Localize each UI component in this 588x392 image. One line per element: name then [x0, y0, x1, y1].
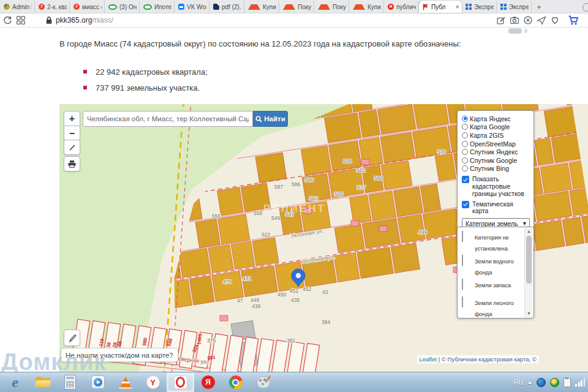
search-input[interactable]: [83, 111, 253, 127]
bullet-item-0: 22 942 кадастровых квартала;: [83, 64, 208, 80]
base-layer-option-2[interactable]: Карта 2GIS: [462, 131, 530, 140]
scroll-up-icon[interactable]: ▲: [525, 228, 533, 235]
base-layer-label: Спутник Google: [470, 157, 517, 164]
dom-favicon: [318, 4, 330, 10]
base-layer-option-3[interactable]: OpenStreetMap: [462, 140, 530, 148]
reload-icon[interactable]: [2, 15, 12, 25]
taskbar-icon-ybrowser[interactable]: Y: [139, 373, 167, 392]
tab-label: Admin L: [12, 4, 32, 10]
taskbar-icon-yandex[interactable]: Я: [194, 373, 222, 392]
url-host: pkk365.org: [56, 16, 92, 24]
cadastral-map[interactable]: 6085825685765375655625865875855555565495…: [59, 104, 588, 372]
tab-label: публичн: [396, 4, 416, 10]
browser-tab-10[interactable]: Купить за: [349, 1, 384, 13]
legend-item-0: Категория не установлена: [462, 231, 524, 253]
legend-item-3: Земли лесного фонда: [462, 296, 524, 318]
draw-button[interactable]: [64, 330, 80, 346]
browser-tab-11[interactable]: Япубличн: [384, 1, 419, 13]
windows-taskbar: eYЯ RU ▲: [0, 372, 588, 392]
base-layer-option-6[interactable]: Спутник Bing: [462, 165, 530, 173]
new-tab-button[interactable]: +: [532, 1, 546, 13]
taskbar-icon-opera[interactable]: [167, 373, 194, 392]
parcel-number-label: 608: [343, 158, 352, 164]
layers-panel: Карта ЯндексКарта GoogleКарта 2GISOpenSt…: [457, 110, 534, 243]
legend-item-2: Земли запаса: [462, 279, 524, 295]
zoom-in-button[interactable]: +: [64, 111, 80, 126]
address-bar[interactable]: pkk365.orgmiass/: [42, 15, 113, 25]
speed-dial-icon[interactable]: [16, 15, 26, 25]
bookmark-heart-icon[interactable]: [550, 15, 560, 25]
taskbar-icon-wmp[interactable]: [84, 373, 111, 392]
bullet-item-1: 737 991 земельных участка.: [83, 80, 208, 96]
browser-tab-7[interactable]: Купить за: [244, 1, 279, 13]
send-icon[interactable]: [537, 15, 546, 25]
tab-label: Публ: [431, 4, 454, 10]
browser-tab-5[interactable]: VK Workl: [175, 1, 209, 13]
browser-tab-0[interactable]: Admin L: [0, 1, 35, 13]
tab-label: pdf (2).pd: [222, 4, 241, 10]
base-layer-option-5[interactable]: Спутник Google: [462, 156, 530, 165]
browser-tab-14[interactable]: Экспресс: [497, 1, 532, 13]
browser-tab-2[interactable]: 7миасс сн: [70, 1, 105, 13]
cart-icon[interactable]: [568, 15, 579, 26]
radio-icon: [462, 116, 468, 122]
scroll-down-icon[interactable]: ▼: [525, 310, 533, 317]
taskbar-icon-paint[interactable]: [249, 373, 277, 392]
base-layer-label: Карта Яндекс: [470, 115, 511, 123]
page-scrollbar-fragment[interactable]: [508, 28, 522, 34]
map-search: Найти: [83, 111, 288, 127]
parcel-number-label: 587: [274, 184, 283, 190]
leaflet-link[interactable]: Leaflet: [420, 356, 437, 363]
taskbar-icon-folder[interactable]: [29, 373, 56, 392]
measure-button[interactable]: [64, 140, 80, 155]
taskbar-icons: eYЯ: [1, 373, 277, 392]
tray-clipboard-icon[interactable]: [564, 378, 571, 387]
legend-swatch: [462, 231, 463, 242]
base-layer-option-1[interactable]: Карта Google: [462, 123, 530, 132]
browser-tab-1[interactable]: 72-к. квар: [35, 1, 70, 13]
browser-tab-4[interactable]: Ипотечн: [140, 1, 175, 13]
blocker-icon[interactable]: [523, 15, 533, 25]
browser-tab-12[interactable]: Публ×: [419, 1, 462, 13]
base-layer-label: Карта Google: [470, 123, 510, 130]
redq-favicon: 7: [39, 4, 45, 10]
tab-label: Ипотечн: [154, 4, 172, 10]
parcel-number-label: 576: [437, 149, 446, 155]
tab-close-icon[interactable]: ×: [456, 4, 459, 10]
legend-swatch: [462, 279, 463, 290]
scroll-thumb[interactable]: [526, 236, 532, 284]
base-layer-option-4[interactable]: Спутник Яндекс: [462, 148, 530, 156]
legend-label: Земли лесного фонда: [475, 300, 514, 317]
taskbar-icon-calc[interactable]: [56, 373, 84, 392]
browser-tab-3[interactable]: (3) Онлай: [105, 1, 140, 13]
tray-green-icon[interactable]: [550, 378, 559, 387]
share-edit-icon[interactable]: [496, 15, 506, 25]
language-indicator[interactable]: RU: [513, 379, 523, 386]
snapshot-camera-icon[interactable]: [510, 15, 519, 25]
bullet-text: 22 942 кадастровых квартала;: [96, 67, 208, 77]
parcel-number-label: 43: [322, 289, 328, 295]
taskbar-icon-vlc[interactable]: [111, 373, 139, 392]
legend-label: Категория не установлена: [475, 234, 509, 252]
url-path: miass/: [92, 16, 113, 24]
base-layer-option-0[interactable]: Карта Яндекс: [462, 115, 530, 123]
tray-blue-icon[interactable]: [537, 378, 546, 387]
zoom-out-button[interactable]: −: [64, 126, 80, 141]
network-signal-icon[interactable]: [575, 378, 585, 386]
browser-tab-6[interactable]: pdf (2).pd: [209, 1, 244, 13]
find-button[interactable]: Найти: [253, 111, 288, 127]
browser-tab-13[interactable]: Экспресс: [462, 1, 497, 13]
parcel-number-label: 450: [277, 292, 286, 298]
clipped-tab-icon: [582, 3, 588, 12]
radio-icon: [462, 165, 468, 172]
tray-expand-icon[interactable]: ▲: [527, 380, 532, 385]
overlay-option-0[interactable]: Показать кадастровые границы участков: [462, 176, 530, 197]
legend-scrollbar[interactable]: ▲ ▼: [524, 228, 533, 317]
browser-tab-9[interactable]: Покупка: [314, 1, 349, 13]
print-button[interactable]: [64, 156, 80, 172]
taskbar-icon-ie[interactable]: e: [1, 373, 29, 392]
taskbar-icon-chrome[interactable]: [222, 373, 249, 392]
overlay-option-1[interactable]: Тематическая карта: [462, 201, 530, 216]
browser-tab-8[interactable]: Покупка: [279, 1, 314, 13]
flag-favicon: [423, 4, 429, 10]
